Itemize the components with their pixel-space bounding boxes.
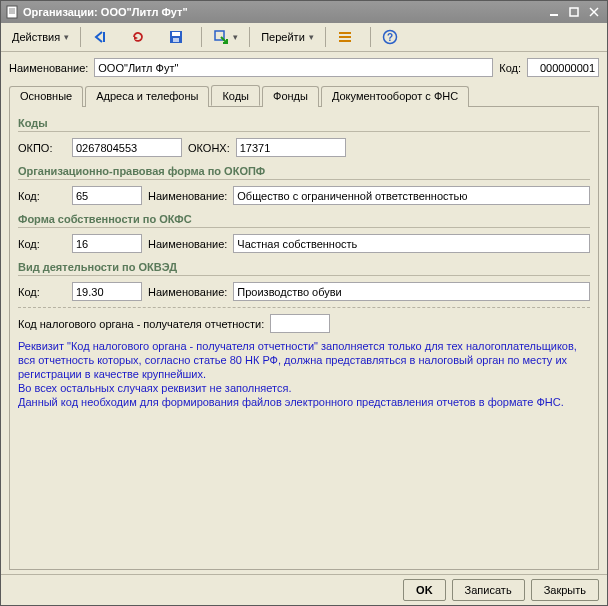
chevron-down-icon: ▾: [64, 32, 69, 42]
okved-code-input[interactable]: [72, 282, 142, 301]
okved-name-input[interactable]: [233, 282, 590, 301]
svg-rect-8: [103, 32, 105, 42]
svg-rect-5: [570, 8, 578, 16]
close-button[interactable]: [585, 4, 603, 20]
okopf-code-input[interactable]: [72, 186, 142, 205]
toolbar-separator: [80, 27, 81, 47]
actions-label: Действия: [12, 31, 60, 43]
okopf-name-input[interactable]: [233, 186, 590, 205]
related-dropdown[interactable]: ▾: [206, 25, 245, 49]
tabstrip: Основные Адреса и телефоны Коды Фонды До…: [9, 85, 599, 107]
window-title: Организации: ООО"Литл Фут": [23, 6, 188, 18]
svg-rect-10: [172, 32, 180, 36]
titlebar[interactable]: Организации: ООО"Литл Фут": [1, 1, 607, 23]
toolbar-separator: [370, 27, 371, 47]
okved-code-label: Код:: [18, 286, 66, 298]
group-codes: Коды: [18, 115, 590, 132]
group-okfs: Форма собственности по ОКФС: [18, 211, 590, 228]
list-button[interactable]: [330, 25, 366, 49]
okpo-input[interactable]: [72, 138, 182, 157]
chevron-down-icon: ▾: [309, 32, 314, 42]
tab-funds[interactable]: Фонды: [262, 86, 319, 107]
tab-addresses[interactable]: Адреса и телефоны: [85, 86, 209, 107]
ok-button[interactable]: OK: [403, 579, 446, 601]
okfs-code-input[interactable]: [72, 234, 142, 253]
divider: [18, 307, 590, 308]
toolbar-separator: [201, 27, 202, 47]
group-okved: Вид деятельности по ОКВЭД: [18, 259, 590, 276]
okonh-label: ОКОНХ:: [188, 142, 230, 154]
code-input[interactable]: [527, 58, 599, 77]
name-label: Наименование:: [9, 62, 88, 74]
actions-menu[interactable]: Действия▾: [5, 25, 76, 49]
okopf-name-label: Наименование:: [148, 190, 227, 202]
okopf-code-label: Код:: [18, 190, 66, 202]
svg-rect-14: [339, 36, 351, 38]
svg-rect-13: [339, 32, 351, 34]
chevron-down-icon: ▾: [233, 32, 238, 42]
code-label: Код:: [499, 62, 521, 74]
toolbar-separator: [325, 27, 326, 47]
goto-label: Перейти: [261, 31, 305, 43]
goto-menu[interactable]: Перейти▾: [254, 25, 321, 49]
svg-text:?: ?: [387, 32, 393, 43]
svg-rect-15: [339, 40, 351, 42]
close-form-button[interactable]: Закрыть: [531, 579, 599, 601]
tab-main[interactable]: Основные: [9, 86, 83, 107]
tab-fns[interactable]: Документооборот с ФНС: [321, 86, 469, 107]
toolbar-separator: [249, 27, 250, 47]
footer: OK Записать Закрыть: [1, 574, 607, 605]
hint-text-1: Реквизит "Код налогового органа - получа…: [18, 339, 590, 381]
okfs-code-label: Код:: [18, 238, 66, 250]
name-input[interactable]: [94, 58, 493, 77]
content-area: Наименование: Код: Основные Адреса и тел…: [1, 52, 607, 574]
maximize-button[interactable]: [565, 4, 583, 20]
svg-rect-11: [173, 38, 179, 42]
write-button[interactable]: Записать: [452, 579, 525, 601]
hint-text-3: Данный код необходим для формирования фа…: [18, 395, 590, 409]
save-button[interactable]: [161, 25, 197, 49]
hint-text-2: Во всех остальных случаях реквизит не за…: [18, 381, 590, 395]
help-button[interactable]: ?: [375, 25, 411, 49]
okfs-name-label: Наименование:: [148, 238, 227, 250]
okfs-name-input[interactable]: [233, 234, 590, 253]
minimize-button[interactable]: [545, 4, 563, 20]
svg-rect-0: [7, 6, 17, 18]
tax-code-label: Код налогового органа - получателя отчет…: [18, 318, 264, 330]
okonh-input[interactable]: [236, 138, 346, 157]
tab-codes-pane: Коды ОКПО: ОКОНХ: Организационно-правова…: [9, 107, 599, 570]
tax-code-input[interactable]: [270, 314, 330, 333]
okpo-label: ОКПО:: [18, 142, 66, 154]
okved-name-label: Наименование:: [148, 286, 227, 298]
organization-window: Организации: ООО"Литл Фут" Действия▾ ▾: [0, 0, 608, 606]
toolbar: Действия▾ ▾ Перейти▾ ?: [1, 23, 607, 52]
refresh-button[interactable]: [123, 25, 159, 49]
tab-codes[interactable]: Коды: [211, 85, 260, 106]
group-okopf: Организационно-правовая форма по ОКОПФ: [18, 163, 590, 180]
app-icon: [5, 5, 19, 19]
save-go-back-button[interactable]: [85, 25, 121, 49]
